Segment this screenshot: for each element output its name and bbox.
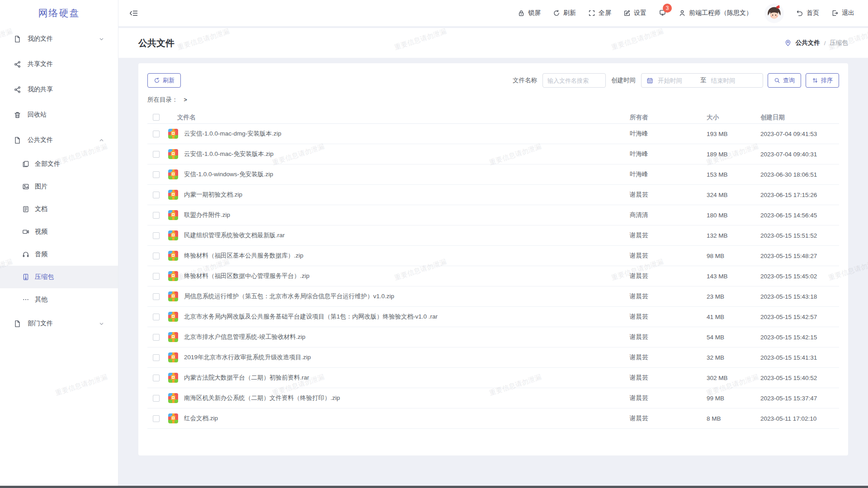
- table-row[interactable]: 联盟办件附件.zip商清清180 MB2023-06-15 14:56:45: [147, 205, 839, 225]
- sidebar-item-others[interactable]: 其他: [0, 288, 118, 311]
- sidebar-item-label: 视频: [35, 228, 47, 236]
- table-row[interactable]: 北京市排水户信息管理系统-竣工验收材料.zip谢晨芸54 MB2023-05-1…: [147, 327, 839, 347]
- file-owner: 叶海峰: [630, 150, 707, 158]
- file-created-date: 2023-05-15 15:42:57: [760, 314, 839, 320]
- image-icon: [22, 183, 29, 190]
- row-checkbox[interactable]: [153, 375, 160, 381]
- page-header: 公共文件 公共文件 / 压缩包: [118, 28, 868, 58]
- date-range-picker[interactable]: 至: [641, 73, 763, 88]
- row-checkbox[interactable]: [153, 415, 160, 422]
- row-checkbox[interactable]: [153, 131, 160, 137]
- row-checkbox[interactable]: [153, 354, 160, 361]
- filename-label: 文件名称: [513, 76, 537, 84]
- row-checkbox[interactable]: [153, 171, 160, 178]
- sidebar-item-department-files[interactable]: 部门文件: [0, 311, 118, 336]
- sidebar-item-audio[interactable]: 音频: [0, 243, 118, 266]
- row-checkbox[interactable]: [153, 293, 160, 300]
- main-area: 锁屏刷新全屏设置3前端工程师（陈思文） 首页退出 公共文件 公共文件 / 压缩包: [118, 0, 868, 488]
- refresh-icon: [154, 77, 160, 84]
- table-row[interactable]: 红会文档.zip谢晨芸8 MB2023-05-11 17:02:10: [147, 408, 839, 429]
- table-row[interactable]: 安信-1.0.0-windows-免安装版.zip叶海峰153 MB2023-0…: [147, 164, 839, 185]
- row-checkbox[interactable]: [153, 334, 160, 341]
- file-created-date: 2023-06-30 18:06:51: [760, 171, 839, 178]
- user-menu[interactable]: 前端工程师（陈思文）: [679, 9, 752, 17]
- home-button[interactable]: 首页: [796, 9, 819, 17]
- sidebar-item-archives[interactable]: 压缩包: [0, 266, 118, 288]
- file-owner: 谢晨芸: [630, 394, 707, 402]
- file-created-date: 2023-05-15 15:37:47: [760, 395, 839, 402]
- query-button[interactable]: 查询: [768, 73, 801, 88]
- zip-file-icon: [168, 169, 178, 179]
- row-checkbox[interactable]: [153, 273, 160, 280]
- table-row[interactable]: 北京市水务局内网改版及公共服务基础平台建设项目（第1包：内网改版）终验验文档-v…: [147, 307, 839, 327]
- table-row[interactable]: 终验材料（福田区数据中心管理服务平台）.zip谢晨芸143 MB2023-05-…: [147, 266, 839, 286]
- notifications-button[interactable]: 3: [659, 9, 666, 18]
- filename-search-input[interactable]: [542, 73, 606, 88]
- sidebar-item-all-files[interactable]: 全部文件: [0, 153, 118, 175]
- file-list: 云安信-1.0.0-mac-dmg-安装版本.zip叶海峰193 MB2023-…: [147, 124, 839, 429]
- row-checkbox[interactable]: [153, 192, 160, 198]
- file-name: 内蒙古法院大数据平台（二期）初验前资料.rar: [184, 374, 309, 382]
- sidebar-item-images[interactable]: 图片: [0, 175, 118, 198]
- table-row[interactable]: 局信息系统运行维护（第五包：北京市水务局综合信息平台运行维护）v1.0.zip谢…: [147, 286, 839, 307]
- table-row[interactable]: 终验材料（福田区基本公共服务数据库）.zip谢晨芸98 MB2023-05-15…: [147, 246, 839, 266]
- lock-screen-button[interactable]: 锁屏: [518, 9, 541, 17]
- doc-text-icon: [22, 206, 29, 213]
- zip-file-icon: [168, 271, 178, 281]
- sidebar-item-videos[interactable]: 视频: [0, 221, 118, 243]
- sidebar-item-label: 其他: [35, 296, 47, 304]
- table-row[interactable]: 内蒙一期初验文档.zip谢晨芸324 MB2023-06-15 17:15:26: [147, 185, 839, 205]
- sidebar-item-my-shares[interactable]: 我的共享: [0, 77, 118, 102]
- sidebar-item-recycle-bin[interactable]: 回收站: [0, 102, 118, 127]
- table-row[interactable]: 云安信-1.0.0-mac-免安装版本.zip叶海峰189 MB2023-07-…: [147, 144, 839, 164]
- sort-button[interactable]: 排序: [806, 73, 839, 88]
- table-row[interactable]: 云安信-1.0.0-mac-dmg-安装版本.zip叶海峰193 MB2023-…: [147, 124, 839, 144]
- settings-button[interactable]: 设置: [623, 9, 646, 17]
- file-name-cell: 北京市水务局内网改版及公共服务基础平台建设项目（第1包：内网改版）终验验文档-v…: [168, 312, 630, 322]
- collapse-sidebar-icon[interactable]: [129, 9, 138, 17]
- table-row[interactable]: 内蒙古法院大数据平台（二期）初验前资料.rar谢晨芸302 MB2023-05-…: [147, 368, 839, 388]
- file-size: 189 MB: [707, 151, 760, 158]
- refresh-button[interactable]: 刷新: [147, 73, 181, 88]
- row-checkbox[interactable]: [153, 212, 160, 219]
- notification-badge: 3: [663, 4, 672, 13]
- file-name: 局信息系统运行维护（第五包：北京市水务局综合信息平台运行维护）v1.0.zip: [184, 292, 394, 300]
- row-checkbox[interactable]: [153, 253, 160, 259]
- file-name-cell: 民建组织管理系统验收文档最新版.rar: [168, 230, 630, 240]
- refresh-button-label: 刷新: [163, 76, 175, 84]
- refresh-button[interactable]: 刷新: [553, 9, 576, 17]
- file-name: 红会文档.zip: [184, 414, 218, 422]
- table-row[interactable]: 2019年北京市水行政审批系统升级改造项目.zip谢晨芸32 MB2023-05…: [147, 347, 839, 368]
- row-checkbox[interactable]: [153, 395, 160, 402]
- breadcrumb-separator: /: [824, 40, 826, 47]
- sidebar-item-public-files[interactable]: 公共文件: [0, 127, 118, 153]
- row-checkbox[interactable]: [153, 314, 160, 320]
- sidebar-item-label: 全部文件: [35, 160, 60, 168]
- current-directory-label: 所在目录：: [147, 96, 178, 104]
- start-date-input[interactable]: [657, 77, 697, 84]
- table-row[interactable]: 民建组织管理系统验收文档最新版.rar谢晨芸132 MB2023-05-15 1…: [147, 225, 839, 246]
- end-date-input[interactable]: [710, 77, 750, 84]
- home-label: 首页: [807, 9, 819, 17]
- fullscreen-label: 全屏: [599, 9, 611, 17]
- directory-root-arrow[interactable]: >: [184, 97, 187, 103]
- ellipsis-icon: [22, 296, 29, 303]
- zip-file-icon: [168, 129, 178, 139]
- row-checkbox[interactable]: [153, 232, 160, 239]
- file-name: 云安信-1.0.0-mac-免安装版本.zip: [184, 150, 274, 158]
- file-name-cell: 内蒙古法院大数据平台（二期）初验前资料.rar: [168, 373, 630, 383]
- sidebar-item-shared-files[interactable]: 共享文件: [0, 52, 118, 77]
- user-avatar[interactable]: [764, 4, 784, 23]
- row-checkbox[interactable]: [153, 151, 160, 158]
- table-row[interactable]: 南海区机关新办公系统（二期）文件资料（终验打印）.zip谢晨芸99 MB2023…: [147, 388, 839, 408]
- sidebar-item-documents[interactable]: 文档: [0, 198, 118, 221]
- logout-button[interactable]: 退出: [831, 9, 854, 17]
- location-pin-icon: [784, 39, 792, 47]
- file-size: 302 MB: [707, 375, 760, 381]
- file-name-cell: 终验材料（福田区基本公共服务数据库）.zip: [168, 251, 630, 261]
- file-name-cell: 红会文档.zip: [168, 413, 630, 423]
- breadcrumb-root[interactable]: 公共文件: [796, 39, 820, 47]
- select-all-checkbox[interactable]: [153, 114, 160, 121]
- sidebar-item-my-files[interactable]: 我的文件: [0, 26, 118, 52]
- fullscreen-button[interactable]: 全屏: [588, 9, 611, 17]
